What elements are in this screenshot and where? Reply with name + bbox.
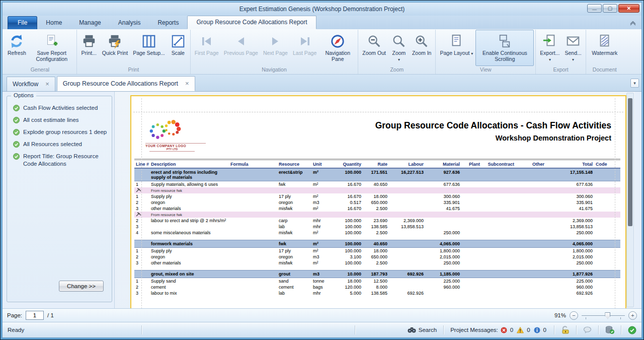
page-layout-dropdown-arrow-icon: [471, 50, 473, 56]
tab-group-resource-report[interactable]: Group Resource Code Allocations Report: [187, 16, 316, 29]
info-count: 0: [543, 327, 546, 333]
table-header: Line #DescriptionFormulaResourceUnitQuan…: [134, 159, 620, 168]
print-icon: [82, 32, 97, 50]
group-resource-row: grout, mixed on sitegroutm310.000187.793…: [134, 270, 620, 278]
vertical-scrollbar[interactable]: [626, 93, 634, 307]
page-number-input[interactable]: [26, 311, 44, 320]
scrollbar-thumb[interactable]: [628, 98, 632, 226]
close-tab-icon[interactable]: [185, 80, 189, 87]
zoom-slider-thumb[interactable]: [605, 312, 610, 319]
change-button[interactable]: Change >>: [59, 281, 104, 292]
ribbon-group-print: Print... Quick Print Page Setup... Scale…: [76, 30, 190, 74]
search-button[interactable]: Search: [419, 327, 437, 333]
previous-page-icon: [234, 32, 248, 50]
options-title: Options: [11, 92, 36, 98]
first-page-icon: [200, 32, 213, 50]
option-item: Report Title: Group Resource Code Alloca…: [13, 153, 108, 168]
zoom-percent: 91%: [554, 312, 566, 318]
previous-page-button[interactable]: Previous Page: [221, 30, 261, 66]
table-row: 1Supply materials, allowing 6 usesfwkm²1…: [134, 181, 620, 187]
tab-file[interactable]: File: [8, 16, 37, 29]
quick-print-icon: [107, 32, 122, 50]
zoom-out-button[interactable]: Zoom Out: [360, 30, 388, 66]
table-row: 3other materialsmisfwkm²16.6702.50041.67…: [134, 206, 620, 212]
zoom-slider[interactable]: [582, 311, 625, 320]
navigation-pane-button[interactable]: Navigation Pane: [319, 30, 356, 66]
table-row: 4some miscelaneous materialsmisfwkm²100.…: [134, 230, 620, 236]
page-layout-icon: [449, 32, 464, 50]
next-page-button[interactable]: Next Page: [261, 30, 290, 66]
warning-icon[interactable]: [517, 327, 524, 333]
option-item: Cash Flow Activities selected: [13, 104, 108, 112]
error-count: 0: [510, 327, 513, 333]
column-header: Total: [546, 162, 594, 167]
database-icon[interactable]: [605, 326, 614, 334]
column-header: Rate: [363, 162, 389, 167]
tab-workflow[interactable]: Workflow: [7, 77, 55, 91]
tab-report-document[interactable]: Group Resource Code Allocations Report: [57, 76, 195, 91]
scale-button[interactable]: Scale: [168, 30, 189, 66]
document-tab-strip: Workflow Group Resource Code Allocations…: [3, 75, 641, 92]
table-row: 2cementcementbags120.0008.000960.000960.…: [134, 284, 620, 290]
table-row: 3other materialsmisfwkm²100.0002.500250.…: [134, 260, 620, 266]
export-dropdown-arrow-icon: [549, 56, 551, 62]
quick-print-button[interactable]: Quick Print: [100, 30, 130, 66]
zoom-out-slider-button[interactable]: −: [570, 311, 578, 320]
page-setup-button[interactable]: Page Setup...: [130, 30, 168, 66]
from-resource-row: From resource fwk: [134, 212, 620, 218]
last-page-button[interactable]: Last Page: [290, 30, 319, 66]
first-page-button[interactable]: First Page: [192, 30, 221, 66]
ribbon-group-general: Refresh Save Report Configuration Genera…: [4, 30, 76, 74]
table-row: 1Supply ply17 plym²16.67018.000300.06030…: [134, 193, 620, 199]
tab-home[interactable]: Home: [37, 17, 70, 29]
tab-analysis[interactable]: Analysis: [110, 17, 149, 29]
zoom-out-icon: [367, 32, 382, 50]
minimize-button[interactable]: [587, 4, 602, 13]
window-title: Expert Estimation Genesis (Workshop Demo…: [239, 6, 405, 13]
print-button[interactable]: Print...: [78, 30, 100, 66]
collapse-ribbon-icon[interactable]: [629, 21, 636, 26]
close-button[interactable]: [618, 4, 639, 13]
page-layout-button[interactable]: Page Layout: [437, 30, 475, 66]
zoom-button[interactable]: Zoom: [388, 30, 410, 66]
refresh-icon: [9, 32, 24, 50]
save-report-configuration-button[interactable]: Save Report Configuration: [29, 30, 75, 66]
table-row: 1Supply ply17 plym²100.00018.0001,800.00…: [134, 248, 620, 254]
table-row: 1Supply sandsandtonne18.00012.500225.000…: [134, 278, 620, 284]
tab-reports[interactable]: Reports: [149, 17, 187, 29]
comment-icon[interactable]: [583, 326, 592, 333]
document-list-dropdown[interactable]: [630, 79, 639, 88]
maximize-button[interactable]: [603, 4, 617, 13]
send-icon: [566, 32, 581, 50]
report-viewer: YOUR COMPANY LOGO PTY LTD Group Resource…: [114, 92, 635, 308]
report-table: Line #DescriptionFormulaResourceUnitQuan…: [134, 159, 620, 296]
info-icon[interactable]: [534, 327, 540, 333]
warning-count: 0: [527, 327, 530, 333]
project-messages-label: Project Messages:: [450, 327, 498, 333]
last-page-icon: [298, 32, 311, 50]
zoom-dropdown-arrow-icon: [398, 56, 400, 62]
tab-manage[interactable]: Manage: [70, 17, 109, 29]
zoom-in-button[interactable]: Zoom In: [410, 30, 434, 66]
lock-icon[interactable]: [561, 326, 570, 334]
export-button[interactable]: Export...: [537, 30, 562, 66]
scale-icon: [171, 32, 186, 50]
ribbon-group-view: Page Layout Enable Continuous Scrolling …: [435, 30, 535, 74]
enable-continuous-scrolling-button[interactable]: Enable Continuous Scrolling: [475, 30, 534, 66]
refresh-button[interactable]: Refresh: [5, 30, 29, 66]
error-icon[interactable]: [501, 327, 507, 333]
check-icon: [13, 141, 20, 148]
export-icon: [542, 32, 557, 50]
table-row: 2oregonoregonm30.517650.000335.901335.90…: [134, 199, 620, 206]
check-icon: [13, 153, 20, 160]
send-dropdown-arrow-icon: [572, 56, 574, 62]
zoom-in-slider-button[interactable]: +: [628, 311, 637, 320]
watermark-button[interactable]: Watermark: [588, 30, 622, 66]
column-header: Material: [425, 162, 461, 167]
close-tab-icon[interactable]: [45, 80, 49, 88]
page-label: Page:: [7, 312, 22, 318]
from-resource-icon: [136, 212, 141, 217]
ok-status-icon[interactable]: [628, 326, 636, 334]
send-button[interactable]: Send...: [562, 30, 584, 66]
table-row: 3labour to mixlabmhr5.000138.585692.9266…: [134, 290, 620, 296]
